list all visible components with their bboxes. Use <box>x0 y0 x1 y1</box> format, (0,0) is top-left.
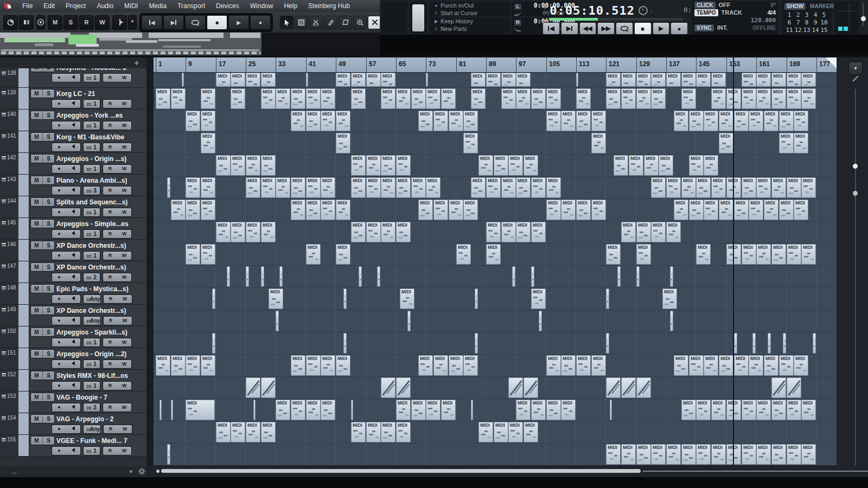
midi-part[interactable]: MIDI <box>516 222 531 242</box>
marker-button-4[interactable]: 4 <box>811 11 820 18</box>
track-color-strip[interactable] <box>18 153 29 174</box>
range-selection-tool-button[interactable] <box>295 16 308 29</box>
mute-button[interactable]: M <box>31 111 42 119</box>
global-w-button[interactable]: W <box>95 15 110 30</box>
midi-part[interactable]: MIDI <box>486 73 501 87</box>
midi-part[interactable] <box>377 266 380 287</box>
midi-part[interactable]: MIDI <box>351 177 366 198</box>
midi-part[interactable]: MIDI <box>494 155 508 176</box>
track-name[interactable]: VGEE - Funk - Medi... 7 <box>56 437 127 445</box>
monitor-button[interactable] <box>66 74 80 82</box>
midi-part[interactable] <box>617 266 621 287</box>
track-name[interactable]: VAG - Boogie - 7 <box>56 394 107 401</box>
midi-part[interactable]: MIDI <box>591 355 606 376</box>
midi-part[interactable]: MIDI <box>704 355 718 376</box>
channel-group[interactable]: 1 <box>83 73 100 82</box>
midi-part[interactable]: MIDI <box>636 88 651 109</box>
midi-part[interactable]: MIDI <box>366 177 381 198</box>
midi-part[interactable]: MIDI <box>411 400 426 420</box>
midi-part[interactable]: MIDI <box>449 200 463 220</box>
track-name[interactable]: Arpeggios - Sparkli...s) <box>56 329 127 336</box>
menu-item-media[interactable]: Media <box>143 1 172 11</box>
transport-fader-knob[interactable] <box>861 16 866 21</box>
midi-part[interactable]: MIDI <box>711 177 726 198</box>
midi-part[interactable] <box>606 288 609 309</box>
read-automation-button[interactable]: R <box>103 447 117 455</box>
midi-part[interactable]: MIDI <box>742 177 756 198</box>
midi-part[interactable]: MIDI <box>801 244 816 265</box>
midi-part[interactable]: MIDI <box>764 355 778 376</box>
timeline-ruler[interactable]: 1917253341495765738189971051131211291371… <box>154 57 837 73</box>
marker-button-3[interactable]: 3 <box>802 11 811 18</box>
midi-part[interactable]: MIDI <box>396 222 411 242</box>
midi-part[interactable]: MIDI <box>449 355 463 376</box>
midi-part[interactable]: MIDI <box>201 355 215 376</box>
midi-part[interactable]: MIDI <box>756 400 771 420</box>
midi-part[interactable]: MIDI <box>321 200 335 220</box>
midi-part[interactable] <box>621 377 636 398</box>
midi-part[interactable] <box>246 377 260 398</box>
track-row-146[interactable]: 146MSXP Dance Orchestr...s)●1RW <box>0 240 146 261</box>
midi-part[interactable]: MIDI <box>478 422 493 442</box>
solo-button[interactable]: S <box>42 111 54 119</box>
midi-part[interactable]: MIDI <box>674 355 688 376</box>
mute-button[interactable]: M <box>31 328 42 336</box>
midi-part[interactable]: MIDI <box>696 244 711 265</box>
main-time-value[interactable]: 0:05:10.512 <box>550 4 635 17</box>
monitor-button[interactable] <box>66 230 80 238</box>
midi-part[interactable] <box>253 400 256 420</box>
zoom-preset-button[interactable]: ▼ <box>848 62 863 75</box>
midi-part[interactable] <box>606 333 609 354</box>
midi-part[interactable]: MIDI <box>704 155 718 176</box>
midi-part[interactable]: MIDI <box>734 111 749 131</box>
monitor-button[interactable] <box>66 447 80 455</box>
midi-part[interactable] <box>475 288 478 309</box>
solo-button[interactable]: S <box>42 371 54 380</box>
project-cursor[interactable] <box>733 57 734 477</box>
midi-part[interactable]: MIDI <box>186 111 200 131</box>
menu-item-window[interactable]: Window <box>245 1 279 11</box>
track-color-strip[interactable] <box>18 261 29 282</box>
midi-part[interactable] <box>159 400 162 420</box>
midi-part[interactable]: MIDI <box>216 222 231 242</box>
midi-part[interactable]: MIDI <box>216 73 231 87</box>
midi-part[interactable]: MIDI <box>689 200 704 220</box>
channel-group[interactable]: 1 <box>83 338 100 347</box>
midi-part[interactable]: MIDI <box>508 422 523 442</box>
midi-part[interactable]: MIDI <box>366 222 381 242</box>
midi-part[interactable]: MIDI <box>606 444 621 465</box>
track-row-153[interactable]: 153MSVAG - Boogie - 7●2RW <box>0 391 146 413</box>
midi-part[interactable]: MIDI <box>696 400 711 420</box>
sync-button[interactable]: SYNC <box>694 24 714 31</box>
solo-button[interactable]: S <box>42 415 54 423</box>
midi-part[interactable]: MIDI <box>734 200 749 220</box>
midi-part[interactable]: MIDI <box>779 111 794 131</box>
marker-button-9[interactable]: 9 <box>811 19 820 26</box>
midi-part[interactable]: MIDI <box>186 200 200 220</box>
channel-group[interactable]: 2 <box>83 273 100 282</box>
midi-part[interactable]: MIDI <box>561 400 576 420</box>
midi-part[interactable] <box>359 266 362 287</box>
midi-part[interactable] <box>426 73 428 87</box>
midi-part[interactable]: MIDI <box>336 73 350 87</box>
midi-part[interactable] <box>787 377 801 398</box>
midi-part[interactable]: MIDI <box>463 200 478 220</box>
midi-part[interactable] <box>670 311 673 331</box>
read-automation-button[interactable]: R <box>103 187 117 195</box>
midi-part[interactable]: MIDI <box>546 88 561 109</box>
midi-part[interactable]: MIDI <box>666 444 681 465</box>
midi-part[interactable]: MIDI <box>471 177 486 198</box>
monitor-button[interactable] <box>66 403 80 412</box>
record-enable-button[interactable]: ● <box>52 143 66 151</box>
write-automation-button[interactable]: W <box>117 382 131 390</box>
global-s-button[interactable]: S <box>63 15 78 30</box>
midi-part[interactable]: MIDI <box>471 73 486 87</box>
monitor-button[interactable] <box>66 165 80 173</box>
midi-part[interactable]: MIDI <box>742 444 756 465</box>
midi-part[interactable]: MIDI <box>231 222 245 242</box>
midi-part[interactable] <box>524 377 538 398</box>
midi-part[interactable]: MIDI <box>662 288 677 309</box>
midi-part[interactable]: MIDI <box>171 355 186 376</box>
menu-item-midi[interactable]: MIDI <box>119 1 143 11</box>
record-enable-button[interactable]: ● <box>52 403 66 412</box>
